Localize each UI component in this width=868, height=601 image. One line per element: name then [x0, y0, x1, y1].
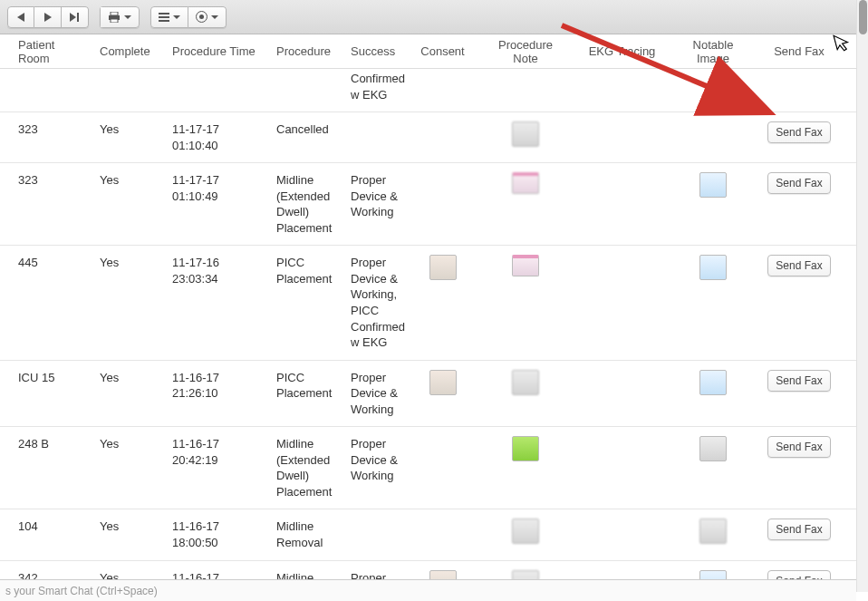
cell-time: 11-16-17 18:00:50: [163, 517, 267, 552]
cell-consent: [410, 368, 476, 397]
thumbnail-icon[interactable]: [699, 370, 727, 395]
col-header-procedure-note[interactable]: Procedure Note: [476, 29, 575, 74]
cell-ekg: [575, 517, 669, 520]
nav-last-button[interactable]: [62, 6, 89, 28]
cell-time: [163, 69, 267, 73]
cell-note: [476, 253, 575, 278]
send-fax-button[interactable]: Send Fax: [767, 370, 830, 392]
cell-procedure: [267, 69, 342, 73]
thumbnail-icon[interactable]: [429, 255, 457, 280]
thumbnail-icon[interactable]: [699, 255, 727, 280]
svg-rect-6: [111, 19, 118, 23]
thumbnail-icon[interactable]: [512, 255, 539, 276]
list-view-button[interactable]: [150, 6, 188, 28]
table-body: Confirmed w EKG 323 Yes 11-17-17 01:10:4…: [0, 69, 868, 586]
send-fax-button[interactable]: Send Fax: [767, 436, 830, 458]
svg-rect-3: [77, 13, 79, 22]
thumbnail-icon[interactable]: [699, 436, 727, 461]
cell-fax: Send Fax: [757, 368, 841, 393]
smart-chat-bar[interactable]: s your Smart Chat (Ctrl+Space): [0, 579, 856, 601]
cell-complete: Yes: [91, 368, 163, 388]
table-row: 248 B Yes 11-16-17 20:42:19 Midline (Ext…: [0, 427, 868, 509]
cell-procedure: PICC Placement: [267, 368, 342, 403]
print-button[interactable]: [100, 6, 140, 28]
cell-fax: [757, 69, 841, 73]
cell-note: [476, 69, 575, 73]
send-fax-button[interactable]: Send Fax: [767, 172, 830, 194]
cell-fax: Send Fax: [757, 253, 841, 278]
table-row: 445 Yes 11-17-16 23:03:34 PICC Placement…: [0, 246, 868, 360]
send-fax-button[interactable]: Send Fax: [767, 121, 830, 143]
settings-button[interactable]: [188, 6, 227, 28]
cell-image: [669, 434, 757, 463]
cell-consent: [410, 170, 476, 174]
cell-procedure: Midline Removal: [267, 517, 342, 552]
col-header-complete[interactable]: Complete: [91, 35, 163, 67]
svg-rect-9: [159, 20, 169, 22]
thumbnail-icon[interactable]: [512, 172, 539, 194]
cell-procedure: Midline (Extended Dwell) Placement: [267, 170, 342, 237]
cell-fax: Send Fax: [757, 170, 841, 196]
cell-ekg: [575, 253, 669, 257]
cell-consent: [410, 69, 476, 73]
svg-rect-7: [159, 13, 169, 15]
thumbnail-icon[interactable]: [699, 519, 727, 544]
cell-image: [669, 253, 757, 282]
col-header-send-fax[interactable]: Send Fax: [757, 35, 841, 67]
svg-rect-5: [111, 12, 118, 15]
table-row: 323 Yes 11-17-17 01:10:49 Midline (Exten…: [0, 163, 868, 246]
col-header-success[interactable]: Success: [342, 35, 410, 67]
col-header-consent[interactable]: Consent: [410, 35, 476, 67]
thumbnail-icon[interactable]: [512, 370, 539, 395]
cell-complete: Yes: [91, 434, 163, 454]
cell-note: [476, 517, 575, 546]
cell-ekg: [575, 368, 669, 372]
cell-room: 104: [0, 517, 91, 537]
thumbnail-icon[interactable]: [512, 121, 539, 147]
nav-next-button[interactable]: [34, 6, 62, 28]
col-header-procedure-time[interactable]: Procedure Time: [163, 35, 267, 67]
printer-icon: [108, 12, 121, 23]
thumbnail-icon[interactable]: [512, 436, 539, 461]
svg-marker-2: [70, 13, 76, 22]
caret-down-icon: [173, 15, 180, 19]
chat-placeholder: s your Smart Chat (Ctrl+Space): [5, 585, 158, 597]
nav-prev-button[interactable]: [7, 6, 34, 28]
cell-room: [0, 69, 91, 73]
cell-image: [669, 120, 757, 123]
cell-success: Proper Device & Working: [342, 368, 410, 420]
cell-complete: Yes: [91, 120, 163, 140]
table-row: 323 Yes 11-17-17 01:10:40 Cancelled Send…: [0, 112, 868, 163]
col-header-procedure[interactable]: Procedure: [267, 35, 342, 67]
cell-procedure: Midline (Extended Dwell) Placement: [267, 434, 342, 501]
cell-ekg: [575, 69, 669, 73]
cell-note: [476, 120, 575, 149]
cell-image: [669, 170, 757, 199]
cell-time: 11-16-17 21:26:10: [163, 368, 267, 403]
thumbnail-icon[interactable]: [512, 519, 539, 544]
cell-room: 248 B: [0, 434, 91, 454]
cell-consent: [410, 517, 476, 520]
send-fax-button[interactable]: Send Fax: [767, 519, 830, 540]
scrollbar-thumb[interactable]: [859, 0, 867, 34]
cell-room: ICU 15: [0, 368, 91, 388]
col-header-ekg-tracing[interactable]: EKG Tracing: [575, 35, 669, 67]
cell-room: 445: [0, 253, 91, 273]
cell-success: [342, 120, 410, 123]
table-row: Confirmed w EKG: [0, 69, 868, 112]
col-header-patient-room[interactable]: Patient Room: [0, 29, 91, 74]
cell-time: 11-17-17 01:10:49: [163, 170, 267, 206]
cell-image: [669, 69, 757, 73]
cell-consent: [410, 253, 476, 282]
thumbnail-icon[interactable]: [699, 172, 727, 198]
cell-note: [476, 368, 575, 397]
cell-procedure: Cancelled: [267, 120, 342, 140]
cell-procedure: PICC Placement: [267, 253, 342, 288]
svg-marker-0: [17, 13, 24, 22]
thumbnail-icon[interactable]: [429, 370, 457, 395]
send-fax-button[interactable]: Send Fax: [767, 255, 830, 276]
vertical-scrollbar[interactable]: [856, 0, 868, 592]
col-header-notable-image[interactable]: Notable Image: [669, 29, 757, 74]
cell-image: [669, 517, 757, 546]
gear-icon: [196, 11, 207, 23]
